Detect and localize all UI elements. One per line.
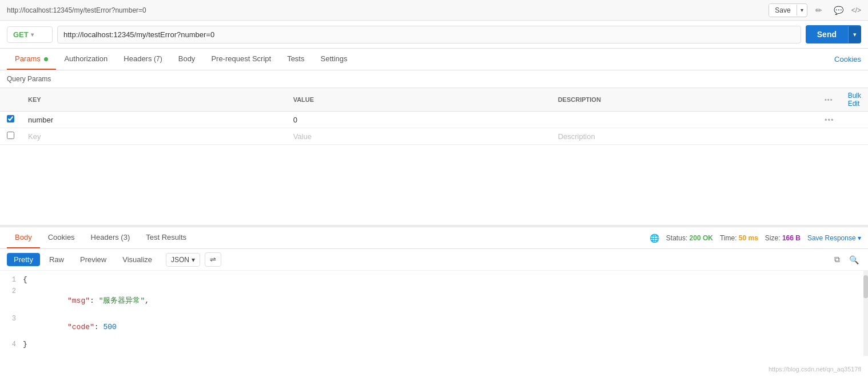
new-row-checkbox-cell[interactable] — [0, 128, 21, 145]
new-row-empty-cell — [841, 128, 868, 145]
query-params-label: Query Params — [7, 75, 51, 83]
comment-icon-button[interactable]: 💬 — [830, 3, 847, 17]
new-row-value-placeholder: Value — [293, 132, 312, 141]
bulk-edit-button[interactable]: Bulk Edit — [848, 92, 861, 108]
view-visualize-button[interactable]: Visualize — [116, 253, 159, 266]
size-value: 166 B — [782, 234, 801, 242]
method-arrow: ▾ — [31, 31, 34, 38]
send-button[interactable]: Send — [806, 25, 848, 43]
save-response-button[interactable]: Save Response ▾ — [807, 234, 861, 242]
row-checkbox[interactable] — [7, 115, 14, 122]
send-dropdown-arrow[interactable]: ▾ — [848, 26, 861, 43]
code-line-2: 2 "msg": "服务器异常", — [0, 287, 868, 314]
new-row-desc-cell[interactable]: Description — [551, 128, 818, 145]
search-button[interactable]: 🔍 — [847, 254, 861, 266]
tab-authorization[interactable]: Authorization — [56, 49, 116, 70]
new-row-checkbox[interactable] — [7, 132, 14, 139]
line-content-2: "msg": "服务器异常", — [23, 287, 868, 314]
new-row-more-cell — [818, 128, 841, 145]
checkbox-col-header — [0, 88, 21, 112]
res-tab-headers[interactable]: Headers (3) — [83, 227, 138, 248]
code-line-3: 3 "code": 500 — [0, 314, 868, 340]
code-line-1: 1 { — [0, 275, 868, 287]
copy-button[interactable]: ⧉ — [832, 254, 842, 266]
method-label: GET — [13, 30, 29, 39]
more-col-header: ••• — [818, 88, 841, 112]
tab-headers[interactable]: Headers (7) — [116, 49, 170, 70]
new-row-value-cell[interactable]: Value — [286, 128, 551, 145]
title-bar: http://localhost:12345/my/testError?numb… — [0, 0, 868, 21]
line-num-1: 1 — [0, 275, 23, 284]
title-bar-url: http://localhost:12345/my/testError?numb… — [7, 6, 146, 14]
params-table: KEY VALUE DESCRIPTION ••• Bulk Edit numb… — [0, 88, 868, 145]
tab-settings[interactable]: Settings — [312, 49, 355, 70]
tab-tests[interactable]: Tests — [279, 49, 312, 70]
tab-tests-label: Tests — [287, 54, 304, 63]
response-body: 1 { 2 "msg": "服务器异常", 3 "code": 500 4 } — [0, 271, 868, 356]
row-empty-cell — [841, 112, 868, 128]
row-value-value: 0 — [293, 116, 297, 124]
view-preview-button[interactable]: Preview — [73, 253, 113, 266]
scrollbar-track[interactable] — [863, 271, 868, 356]
params-dot — [44, 57, 48, 61]
headers-res-badge: (3) — [121, 233, 130, 242]
tab-prerequest[interactable]: Pre-request Script — [203, 49, 279, 70]
key-col-header: KEY — [21, 88, 286, 112]
tab-params-label: Params — [15, 54, 41, 63]
url-input[interactable] — [57, 26, 801, 43]
save-button[interactable]: Save — [769, 4, 796, 17]
tab-params[interactable]: Params — [7, 49, 56, 70]
response-toolbar: Pretty Raw Preview Visualize JSON ▾ ⇌ ⧉ … — [0, 249, 868, 271]
row-more-cell[interactable]: ••• — [818, 112, 841, 128]
view-pretty-button[interactable]: Pretty — [7, 253, 40, 266]
response-actions: ⧉ 🔍 — [832, 254, 861, 266]
save-button-group[interactable]: Save ▾ — [769, 3, 807, 17]
res-tab-testresults-label: Test Results — [146, 233, 186, 242]
more-dots[interactable]: ••• — [825, 96, 833, 103]
request-tabs: Params Authorization Headers (7) Body Pr… — [0, 49, 868, 70]
edit-icon-button[interactable]: ✏ — [812, 3, 826, 17]
line-num-2: 2 — [0, 287, 23, 295]
row-checkbox-cell[interactable] — [0, 112, 21, 128]
row-key-value: number — [28, 116, 53, 124]
row-desc-cell[interactable] — [551, 112, 818, 128]
cookies-link[interactable]: Cookies — [834, 55, 861, 64]
res-tab-cookies[interactable]: Cookies — [40, 227, 83, 248]
line-content-4: } — [23, 340, 868, 349]
line-content-1: { — [23, 275, 868, 284]
row-value-cell[interactable]: 0 — [286, 112, 551, 128]
new-row-key-cell[interactable]: Key — [21, 128, 286, 145]
row-key-cell[interactable]: number — [21, 112, 286, 128]
send-button-group[interactable]: Send ▾ — [806, 25, 861, 43]
wrap-button[interactable]: ⇌ — [205, 252, 221, 267]
res-tab-body[interactable]: Body — [7, 227, 40, 248]
res-tab-cookies-label: Cookies — [48, 233, 75, 242]
format-select[interactable]: JSON ▾ — [166, 253, 200, 267]
line-content-3: "code": 500 — [23, 314, 868, 340]
status-value: 200 OK — [690, 234, 713, 242]
method-select[interactable]: GET ▾ — [7, 26, 53, 43]
json-key-msg: "msg" — [50, 296, 90, 305]
view-raw-button[interactable]: Raw — [42, 253, 71, 266]
new-row-desc-placeholder: Description — [558, 132, 595, 141]
save-dropdown-arrow[interactable]: ▾ — [797, 5, 807, 15]
tab-body[interactable]: Body — [170, 49, 204, 70]
tab-headers-label: Headers (7) — [124, 54, 162, 63]
res-tab-testresults[interactable]: Test Results — [138, 227, 194, 248]
format-arrow: ▾ — [192, 256, 195, 264]
time-value: 50 ms — [739, 234, 758, 242]
headers-badge: (7) — [154, 55, 162, 63]
code-icon[interactable]: </> — [851, 6, 861, 14]
url-bar: GET ▾ Send ▾ — [0, 21, 868, 49]
row-more-dots[interactable]: ••• — [825, 116, 834, 124]
time-label: Time: 50 ms — [720, 234, 758, 242]
status-label: Status: 200 OK — [666, 234, 713, 242]
table-row: number 0 ••• — [0, 112, 868, 128]
bulk-edit-col-header: Bulk Edit — [841, 88, 868, 112]
tab-authorization-label: Authorization — [64, 54, 107, 63]
code-line-4: 4 } — [0, 340, 868, 351]
title-bar-actions: Save ▾ ✏ 💬 </> — [769, 3, 861, 17]
tab-body-label: Body — [178, 54, 196, 63]
response-tabs: Body Cookies Headers (3) Test Results 🌐 … — [0, 227, 868, 249]
scrollbar-thumb[interactable] — [863, 275, 868, 298]
